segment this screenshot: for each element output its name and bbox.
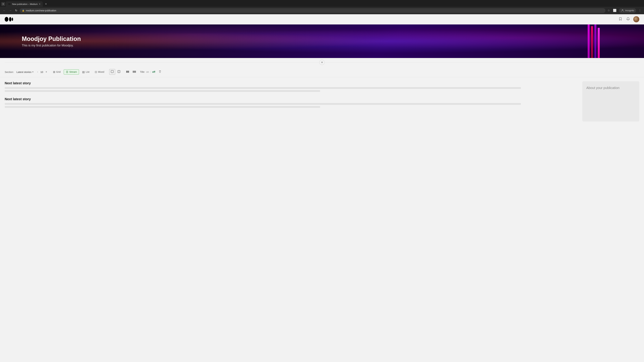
- col-controls: [124, 69, 137, 75]
- story-title-2: Next latest story: [5, 97, 578, 101]
- svg-rect-19: [127, 71, 128, 73]
- delete-section-button[interactable]: [158, 69, 162, 75]
- neon-bar-1: [588, 24, 590, 58]
- hero-text: Moodjoy Publication This is my first pub…: [22, 35, 81, 47]
- title-control: Title: on | off: [140, 70, 155, 73]
- view-mixed-button[interactable]: ⊡ Mixed: [92, 69, 106, 75]
- title-separator: |: [150, 70, 151, 73]
- back-button[interactable]: ←: [2, 8, 7, 13]
- about-box: About your publication: [582, 81, 639, 121]
- sidebar-column: About your publication: [582, 81, 639, 121]
- col-3-icon: [126, 70, 129, 73]
- neon-bar-4: [598, 28, 600, 58]
- main-content: Next latest story Next latest story Abou…: [0, 77, 644, 125]
- view-grid-button[interactable]: ⊞ Grid: [51, 69, 63, 75]
- col-4-button[interactable]: [131, 69, 137, 75]
- story-placeholder-line-2-2: [5, 106, 320, 108]
- svg-rect-20: [128, 71, 129, 73]
- svg-point-5: [9, 17, 12, 21]
- view-stream-button[interactable]: ☰ Stream: [64, 69, 79, 75]
- story-item-1: Next latest story: [5, 81, 578, 92]
- tab-group-button[interactable]: ▾: [1, 2, 5, 6]
- browser-toolbar: ← → ↻ 🔒 medium.com/new-publication ☆ ⬜ I…: [0, 7, 644, 14]
- incognito-badge[interactable]: Incognito: [619, 8, 636, 13]
- bookmark-icon: [618, 17, 622, 21]
- view-stream-label: Stream: [69, 70, 77, 73]
- forward-button[interactable]: →: [8, 8, 13, 13]
- svg-rect-21: [133, 71, 133, 73]
- medium-logo-svg: [5, 17, 13, 22]
- list-icon: ▤: [82, 70, 85, 73]
- section-controls: Section: Latest stories ▾ - 10 + ⊞ Grid …: [0, 67, 644, 77]
- count-control: - 10 +: [36, 70, 48, 74]
- svg-rect-3: [622, 10, 624, 11]
- grid-icon: ⊞: [53, 70, 55, 73]
- about-title: About your publication: [586, 86, 635, 90]
- medium-logo[interactable]: [5, 17, 13, 22]
- view-grid-label: Grid: [56, 70, 60, 73]
- view-controls: ⊞ Grid ☰ Stream ▤ List ⊡ Mixed: [51, 69, 106, 75]
- svg-rect-18: [126, 71, 127, 73]
- hero-neon-lights: [560, 24, 627, 58]
- add-section-row: +: [0, 58, 644, 67]
- layout-split-icon: [118, 70, 120, 73]
- browser-tab[interactable]: New publication – Medium ×: [6, 1, 43, 7]
- story-item-2: Next latest story: [5, 97, 578, 108]
- count-value: 10: [40, 70, 43, 73]
- layout-controls: [109, 69, 122, 75]
- svg-point-6: [12, 17, 13, 21]
- svg-rect-23: [134, 71, 135, 73]
- bell-icon: [626, 17, 630, 21]
- story-placeholder-line-1-1: [5, 87, 521, 89]
- add-section-button[interactable]: +: [319, 60, 325, 65]
- bookmark-icon[interactable]: ☆: [607, 8, 611, 13]
- hero-background: [0, 24, 644, 58]
- medium-header: [0, 14, 644, 24]
- view-list-label: List: [86, 70, 90, 73]
- bell-button[interactable]: [626, 16, 630, 22]
- section-dropdown[interactable]: Latest stories ▾: [16, 70, 33, 73]
- svg-point-4: [5, 17, 8, 22]
- svg-rect-22: [134, 71, 134, 73]
- address-bar[interactable]: 🔒 medium.com/new-publication: [20, 8, 606, 13]
- toolbar-right: ☆ ⬜ Incognito ⋮: [607, 8, 642, 13]
- section-dropdown-value: Latest stories: [16, 70, 31, 73]
- page-content: Moodjoy Publication This is my first pub…: [0, 14, 644, 125]
- tab-favicon: [8, 3, 11, 5]
- avatar[interactable]: [633, 16, 639, 22]
- mixed-icon: ⊡: [95, 70, 97, 73]
- tab-close-button[interactable]: ×: [39, 3, 40, 5]
- more-button[interactable]: ⋮: [638, 8, 642, 13]
- layout-split-button[interactable]: [116, 69, 122, 75]
- chevron-down-icon: ▾: [32, 71, 33, 73]
- hero-banner: Moodjoy Publication This is my first pub…: [0, 24, 644, 58]
- story-placeholder-line-2-1: [5, 103, 521, 105]
- view-mixed-label: Mixed: [98, 70, 104, 73]
- new-tab-button[interactable]: +: [44, 2, 49, 6]
- story-placeholder-line-1-2: [5, 90, 320, 92]
- incognito-icon: [621, 9, 624, 12]
- layout-single-button[interactable]: [109, 69, 115, 75]
- svg-point-1: [9, 3, 10, 5]
- neon-bar-3: [594, 24, 596, 58]
- col-3-button[interactable]: [124, 69, 131, 75]
- title-label: Title:: [140, 70, 145, 73]
- title-on-button[interactable]: on: [146, 70, 149, 73]
- browser-frame: ▾ New publication – Medium × + ← → ↻ 🔒 m…: [0, 0, 644, 14]
- incognito-label: Incognito: [625, 9, 634, 12]
- title-off-button[interactable]: off: [152, 70, 155, 73]
- svg-rect-14: [111, 70, 113, 73]
- bookmark-button[interactable]: [618, 16, 623, 22]
- view-list-button[interactable]: ▤ List: [80, 69, 92, 75]
- stories-column: Next latest story Next latest story: [5, 81, 578, 121]
- neon-bar-2: [591, 26, 593, 58]
- col-4-icon: [133, 70, 136, 73]
- avatar-image: [633, 16, 639, 22]
- header-right: [618, 16, 639, 22]
- count-minus-button[interactable]: -: [36, 70, 39, 74]
- count-plus-button[interactable]: +: [44, 70, 48, 74]
- reload-button[interactable]: ↻: [14, 8, 18, 13]
- cast-icon[interactable]: ⬜: [612, 8, 617, 13]
- publication-subtitle: This is my first publication for Moodjoy…: [22, 44, 81, 47]
- tab-title: New publication – Medium: [12, 3, 38, 5]
